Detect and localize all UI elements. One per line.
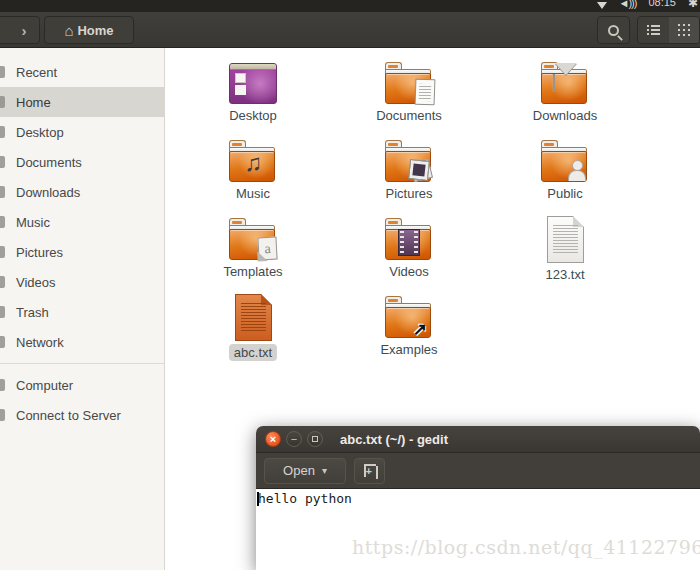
- sidebar-item-trash[interactable]: Trash: [0, 297, 164, 327]
- desktop-screen: ◄))) 08:15 ✱ ‹ › ⌂ Home Recent Home Desk…: [0, 0, 700, 570]
- sidebar-item-videos[interactable]: Videos: [0, 267, 164, 297]
- forward-button[interactable]: ›: [11, 22, 37, 39]
- photo-emblem-icon: [409, 160, 429, 180]
- download-arrow-emblem-icon: [553, 75, 575, 93]
- home-icon: ⌂: [64, 22, 73, 39]
- templates-folder-icon: a: [229, 216, 277, 260]
- sidebar-item-pictures[interactable]: Pictures: [0, 237, 164, 267]
- file-downloads[interactable]: Downloads: [487, 60, 643, 138]
- sidebar-item-label: Network: [16, 335, 64, 350]
- close-button[interactable]: ×: [265, 431, 281, 447]
- gedit-toolbar: Open ▾: [256, 453, 700, 489]
- text-file-icon: [547, 216, 584, 263]
- pictures-icon: [0, 246, 5, 258]
- sidebar-item-music[interactable]: Music: [0, 207, 164, 237]
- film-emblem-icon: [398, 229, 420, 256]
- file-label: Music: [231, 185, 275, 202]
- sidebar-item-label: Trash: [16, 305, 49, 320]
- music-folder-icon: ♫: [229, 138, 277, 182]
- sidebar-item-documents[interactable]: Documents: [0, 147, 164, 177]
- sidebar-item-desktop[interactable]: Desktop: [0, 117, 164, 147]
- view-toggle-group: [637, 16, 700, 44]
- file-manager-toolbar: ‹ › ⌂ Home: [0, 12, 700, 48]
- file-label: Pictures: [381, 185, 438, 202]
- file-music[interactable]: ♫ Music: [175, 138, 331, 216]
- file-label: 123.txt: [540, 266, 589, 283]
- sidebar-item-label: Downloads: [16, 185, 80, 200]
- gedit-titlebar[interactable]: × − abc.txt (~/) - gedit: [256, 426, 700, 453]
- sidebar-item-home[interactable]: Home: [0, 87, 164, 117]
- network-icon[interactable]: [597, 2, 607, 9]
- file-examples[interactable]: ↗ Examples: [331, 294, 487, 372]
- chevron-down-icon: ▾: [322, 465, 327, 476]
- clock-text[interactable]: 08:15: [648, 0, 676, 8]
- file-label: Examples: [375, 341, 442, 358]
- new-document-button[interactable]: [354, 458, 385, 484]
- videos-icon: [0, 276, 5, 288]
- minimize-button[interactable]: −: [286, 431, 302, 447]
- sidebar-item-recent[interactable]: Recent: [0, 57, 164, 87]
- file-label-selected: abc.txt: [229, 344, 277, 361]
- sidebar-item-downloads[interactable]: Downloads: [0, 177, 164, 207]
- file-videos[interactable]: Videos: [331, 216, 487, 294]
- public-folder-icon: [541, 138, 589, 182]
- list-view-button[interactable]: [638, 17, 669, 43]
- sidebar-item-computer[interactable]: Computer: [0, 370, 164, 400]
- file-pictures[interactable]: Pictures: [331, 138, 487, 216]
- places-sidebar: Recent Home Desktop Documents Downloads …: [0, 48, 165, 570]
- search-button[interactable]: [597, 16, 630, 44]
- file-desktop[interactable]: Desktop: [175, 60, 331, 138]
- link-arrow-emblem-icon: ↗: [413, 321, 427, 338]
- sidebar-item-label: Documents: [16, 155, 82, 170]
- location-label: Home: [77, 23, 113, 38]
- pictures-folder-icon: [385, 138, 433, 182]
- videos-folder-icon: [385, 216, 433, 260]
- text-file-icon-selected: [235, 294, 272, 341]
- examples-folder-icon: ↗: [385, 294, 433, 338]
- document-emblem-icon: [415, 79, 436, 106]
- file-label: Videos: [384, 263, 434, 280]
- downloads-folder-icon: [541, 60, 589, 104]
- back-button[interactable]: ‹: [0, 22, 11, 39]
- downloads-icon: [0, 186, 5, 198]
- document-text: hello python: [258, 491, 352, 506]
- file-abc-txt-selected[interactable]: abc.txt: [175, 294, 331, 372]
- sidebar-item-connect-to-server[interactable]: Connect to Server: [0, 400, 164, 430]
- sidebar-separator: [0, 363, 164, 364]
- open-button[interactable]: Open ▾: [264, 458, 346, 484]
- computer-icon: [0, 379, 5, 391]
- nav-button-group: ‹ ›: [0, 16, 40, 44]
- file-label: Documents: [371, 107, 447, 124]
- music-icon: [0, 216, 5, 228]
- file-label: Downloads: [528, 107, 602, 124]
- maximize-icon: [312, 436, 318, 442]
- system-tray: ◄))) 08:15 ✱: [597, 0, 698, 12]
- server-icon: [0, 409, 5, 421]
- list-view-icon: [647, 25, 660, 35]
- network-icon: [0, 336, 5, 348]
- sidebar-item-label: Music: [16, 215, 50, 230]
- sidebar-item-network[interactable]: Network: [0, 327, 164, 357]
- grid-view-icon: [678, 24, 690, 36]
- sidebar-item-label: Computer: [16, 378, 73, 393]
- documents-icon: [0, 156, 5, 168]
- session-gear-icon[interactable]: ✱: [688, 0, 698, 10]
- new-document-icon: [364, 464, 376, 477]
- search-icon: [608, 25, 619, 36]
- sidebar-item-label: Pictures: [16, 245, 63, 260]
- file-label: Templates: [218, 263, 287, 280]
- grid-view-button[interactable]: [669, 17, 700, 43]
- template-emblem-icon: a: [257, 237, 277, 261]
- sidebar-item-label: Connect to Server: [16, 408, 121, 423]
- sidebar-item-label: Home: [16, 95, 51, 110]
- location-home-button[interactable]: ⌂ Home: [44, 16, 134, 44]
- file-label: Public: [542, 185, 587, 202]
- file-123-txt[interactable]: 123.txt: [487, 216, 643, 294]
- trash-icon: [0, 306, 5, 318]
- volume-icon[interactable]: ◄))): [619, 0, 637, 9]
- file-documents[interactable]: Documents: [331, 60, 487, 138]
- file-templates[interactable]: a Templates: [175, 216, 331, 294]
- maximize-button[interactable]: [307, 431, 323, 447]
- home-icon: [0, 96, 5, 108]
- file-public[interactable]: Public: [487, 138, 643, 216]
